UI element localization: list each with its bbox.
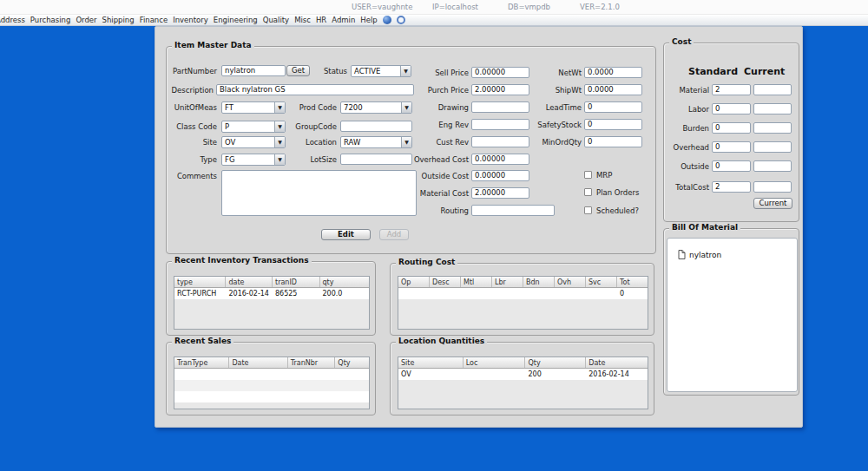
column-header[interactable]: TranType	[174, 357, 229, 368]
table-row[interactable]: RCT-PURCH 2016-02-14 86525 200.0	[174, 288, 369, 299]
routing-label: Routing	[391, 206, 469, 215]
column-header[interactable]: TranNbr	[288, 357, 336, 368]
column-header[interactable]: Op	[398, 277, 430, 287]
total-cost-current-field[interactable]	[753, 181, 792, 193]
overhead-standard-field[interactable]: 0	[712, 141, 751, 153]
site-select[interactable]: OV▼	[221, 136, 286, 148]
application-window: Item Master Data PartNumber nylatron Get…	[155, 26, 803, 428]
add-button[interactable]: Add	[379, 229, 409, 240]
plan-orders-checkbox[interactable]	[584, 188, 592, 196]
tree-node-nylatron[interactable]: nylatron	[678, 250, 721, 259]
outside-cost-field[interactable]: 0.00000	[471, 170, 529, 181]
group-code-label: GroupCode	[279, 122, 337, 131]
column-header[interactable]: Qty	[335, 357, 369, 368]
material-cost-field[interactable]: 2.00000	[471, 187, 529, 199]
menu-item-finance[interactable]: Finance	[140, 16, 168, 24]
sync-icon[interactable]	[397, 16, 405, 24]
panel-title: Recent Inventory Transactions	[172, 256, 312, 265]
column-header[interactable]: Lbr	[492, 277, 523, 287]
unit-of-meas-select[interactable]: FT▼	[221, 101, 286, 114]
inventory-table: type date tranID qty RCT-PURCH 2016-02-1…	[174, 276, 370, 330]
table-row[interactable]: 0	[398, 288, 648, 299]
column-header[interactable]: Loc	[464, 357, 526, 368]
column-header[interactable]: Ovh	[555, 277, 586, 287]
outside-cost-label: Outside Cost	[391, 172, 469, 180]
column-header[interactable]: Date	[586, 357, 648, 368]
burden-label: Burden	[664, 124, 709, 133]
current-button[interactable]: Current	[753, 198, 792, 209]
column-header[interactable]: Desc	[430, 277, 461, 287]
menu-item-misc[interactable]: Misc	[294, 16, 311, 24]
edit-button[interactable]: Edit	[321, 229, 371, 240]
menu-item-engineering[interactable]: Engineering	[214, 16, 258, 24]
description-field[interactable]: Black nylatron GS	[216, 84, 414, 95]
routing-field[interactable]	[471, 205, 555, 216]
ship-wt-field[interactable]: 0.0000	[584, 84, 642, 95]
column-header[interactable]: Mtl	[461, 277, 492, 287]
plan-orders-checkbox-label: Plan Orders	[596, 188, 639, 197]
total-cost-standard-field[interactable]: 2	[712, 181, 751, 193]
net-wt-field[interactable]: 0.0000	[584, 67, 642, 78]
material-current-field[interactable]	[753, 84, 792, 95]
lot-size-label: LotSize	[279, 155, 337, 164]
labor-label: Labor	[664, 105, 709, 114]
menu-item-order[interactable]: Order	[76, 16, 96, 24]
panel-title: Location Quantities	[396, 337, 487, 345]
cost-panel: Cost Standard Current Material 2 Labor 0…	[663, 43, 799, 222]
menu-item-address[interactable]: Address	[0, 16, 25, 24]
lead-time-field[interactable]: 0	[584, 101, 642, 113]
globe-icon[interactable]	[383, 16, 391, 24]
table-row[interactable]	[174, 369, 369, 380]
menu-item-shipping[interactable]: Shipping	[102, 16, 135, 24]
material-standard-field[interactable]: 2	[712, 84, 751, 95]
labor-current-field[interactable]	[753, 103, 792, 114]
current-column-header: Current	[744, 66, 785, 77]
column-header[interactable]: Tot	[617, 277, 648, 287]
panel-title: Cost	[669, 37, 694, 46]
burden-current-field[interactable]	[753, 122, 792, 134]
class-code-select[interactable]: P▼	[221, 121, 286, 133]
table-row[interactable]	[174, 380, 369, 391]
column-header[interactable]: tranID	[273, 277, 320, 287]
scheduled-checkbox[interactable]	[584, 206, 592, 214]
routing-cost-panel: Routing Cost Op Desc Mtl Lbr Bdn Ovh Svc…	[390, 263, 654, 336]
safety-stock-field[interactable]: 0	[584, 119, 642, 130]
column-header[interactable]: type	[174, 277, 226, 287]
menu-item-quality[interactable]: Quality	[263, 16, 289, 24]
mrp-checkbox-label: MRP	[596, 171, 612, 180]
menu-item-inventory[interactable]: Inventory	[173, 16, 208, 24]
column-header[interactable]: qty	[320, 277, 369, 287]
column-header[interactable]: date	[226, 277, 273, 287]
outside-current-field[interactable]	[753, 160, 792, 172]
tree-node-label: nylatron	[689, 251, 721, 259]
table-header: type date tranID qty	[174, 277, 369, 288]
menu-item-admin[interactable]: Admin	[332, 16, 355, 24]
table-row[interactable]: OV 200 2016-02-14	[398, 369, 648, 380]
column-header[interactable]: Svc	[586, 277, 617, 287]
column-header[interactable]: Bdn	[523, 277, 555, 287]
burden-standard-field[interactable]: 0	[712, 122, 751, 134]
min-ord-qty-field[interactable]: 0	[584, 136, 642, 147]
item-master-panel: Item Master Data PartNumber nylatron Get…	[166, 46, 656, 254]
safety-stock-label: SafetyStock	[512, 121, 582, 129]
part-number-field[interactable]: nylatron	[221, 65, 286, 76]
type-label: Type	[168, 155, 217, 164]
comments-textarea[interactable]	[221, 170, 417, 216]
column-header[interactable]: Qty	[525, 357, 586, 368]
bom-panel: Bill Of Material nylatron	[663, 228, 799, 396]
type-select[interactable]: FG▼	[221, 154, 286, 166]
mrp-checkbox[interactable]	[584, 171, 592, 179]
menu-item-help[interactable]: Help	[360, 16, 377, 24]
labor-standard-field[interactable]: 0	[712, 103, 751, 114]
menu-item-hr[interactable]: HR	[316, 16, 326, 24]
column-header[interactable]: Site	[398, 357, 464, 368]
overhead-cost-field[interactable]: 0.00000	[471, 154, 529, 165]
menu-item-purchasing[interactable]: Purchasing	[30, 16, 71, 24]
table-row[interactable]	[174, 391, 369, 402]
db-info: DB=vmpdb	[508, 3, 550, 11]
column-header[interactable]: Date	[229, 357, 287, 368]
overhead-current-field[interactable]	[753, 141, 792, 153]
outside-standard-field[interactable]: 0	[712, 160, 751, 172]
prod-code-label: Prod Code	[279, 103, 337, 112]
location-quantities-table: Site Loc Qty Date OV 200 2016-02-14	[398, 357, 648, 409]
